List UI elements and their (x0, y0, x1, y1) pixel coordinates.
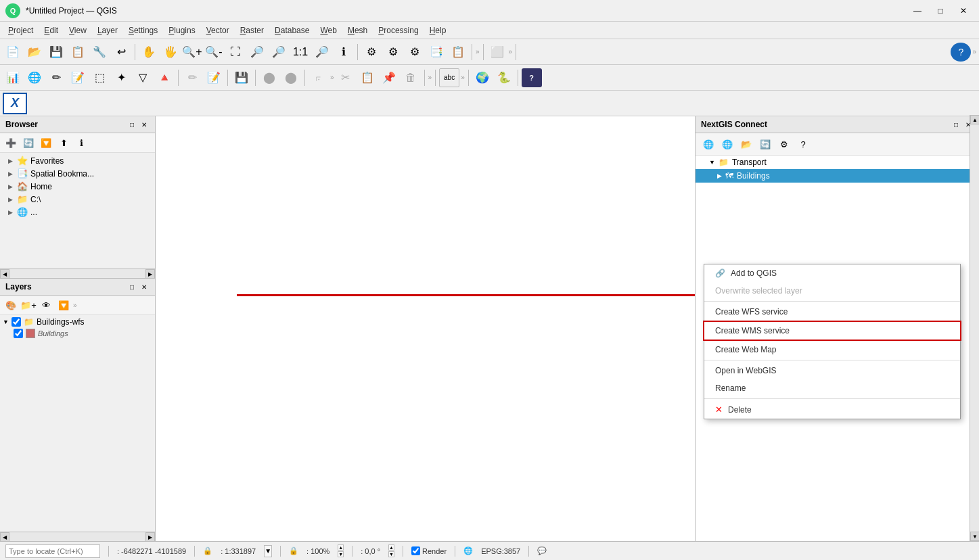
identify-btn[interactable]: ℹ (334, 43, 354, 62)
menu-settings[interactable]: Settings (123, 24, 163, 37)
node-tool-btn[interactable]: ⬤ (259, 68, 279, 87)
osm-btn[interactable]: 🌍 (472, 68, 493, 87)
save-project-btn[interactable]: 💾 (46, 43, 66, 62)
scale-dropdown-btn[interactable]: ▼ (264, 545, 272, 557)
message-icon[interactable]: 💬 (537, 546, 547, 555)
ngis-scroll-down-btn[interactable]: ▼ (970, 532, 979, 541)
layer-buildings-sublayer[interactable]: Buildings (0, 329, 155, 338)
ngis-refresh-btn[interactable]: 🌐 (719, 136, 736, 152)
vertex-btn[interactable]: 🔺 (154, 68, 175, 87)
browser-refresh-btn[interactable]: 🔄 (20, 135, 37, 150)
ngis-settings-btn[interactable]: ⚙ (775, 136, 793, 152)
copy-features-btn[interactable]: 📋 (357, 68, 378, 87)
scale-1-1-btn[interactable]: 1:1 (290, 43, 311, 62)
layer-checkbox-buildings[interactable] (14, 329, 23, 338)
ctx-delete[interactable]: ✕ Delete (704, 400, 960, 419)
nextgis-float-btn[interactable]: □ (951, 119, 961, 130)
filter-btn[interactable]: ▽ (133, 68, 153, 87)
zoom-native-btn[interactable]: 🔎 (312, 43, 332, 62)
map-canvas[interactable] (156, 116, 695, 541)
save-as-btn[interactable]: 📋 (68, 43, 88, 62)
ctx-create-wfs[interactable]: Create WFS service (704, 303, 960, 321)
cut-features-btn[interactable]: ✂ (336, 68, 356, 87)
layers-float-btn[interactable]: □ (127, 281, 137, 292)
label-btn[interactable]: abc (439, 68, 459, 87)
maximize-button[interactable]: □ (930, 4, 951, 18)
zoom-layer-btn[interactable]: 🔎 (247, 43, 267, 62)
add-group-btn[interactable]: 📁+ (20, 298, 37, 312)
new-project-btn[interactable]: 📄 (3, 43, 23, 62)
layers-close-btn[interactable]: ✕ (139, 281, 150, 292)
ngis-scroll-up-btn[interactable]: ▲ (970, 115, 979, 124)
edit-attr-btn[interactable]: ✏ (182, 68, 202, 87)
layout2-btn[interactable]: 📋 (448, 43, 468, 62)
ngis-reload-btn[interactable]: 🔄 (756, 136, 774, 152)
left-scroll-left-btn[interactable]: ◀ (0, 532, 9, 542)
rotation-down-btn[interactable]: ▼ (388, 551, 394, 557)
node-tool2-btn[interactable]: ⬤ (281, 68, 301, 87)
minimize-button[interactable]: — (907, 4, 928, 18)
scroll-right-btn[interactable]: ▶ (145, 269, 155, 279)
ngis-connect-btn[interactable]: 🌐 (700, 136, 717, 152)
menu-mesh[interactable]: Mesh (342, 24, 373, 37)
ngis-help-btn[interactable]: ? (794, 136, 812, 152)
menu-processing[interactable]: Processing (373, 24, 424, 37)
atlas-btn[interactable]: ⚙ (361, 43, 382, 62)
help-btn[interactable]: ? (951, 43, 971, 62)
ctx-create-wms[interactable]: Create WMS service (703, 321, 961, 341)
pan-arrow-btn[interactable]: 🖐 (160, 43, 181, 62)
rotation-up-btn[interactable]: ▲ (388, 544, 394, 551)
circuit-btn[interactable]: ⬚ (89, 68, 110, 87)
menu-raster[interactable]: Raster (235, 24, 269, 37)
zoom-down-btn[interactable]: ▼ (338, 551, 344, 557)
browser-float-btn[interactable]: □ (127, 119, 137, 130)
scroll-left-btn[interactable]: ◀ (0, 269, 9, 279)
edit2-btn[interactable]: 📝 (204, 68, 224, 87)
save-edits-btn[interactable]: 💾 (231, 68, 252, 87)
help2-btn[interactable]: ? (522, 68, 542, 87)
browser-other[interactable]: ▶ 🌐 ... (0, 206, 155, 218)
render-checkbox[interactable] (411, 546, 420, 555)
locate-input[interactable] (5, 544, 100, 558)
selection-btn[interactable]: ⬜ (487, 43, 507, 62)
browser-c-drive[interactable]: ▶ 📁 C:\ (0, 193, 155, 206)
menu-help[interactable]: Help (424, 24, 452, 37)
ngis-folder-btn[interactable]: 📂 (737, 136, 755, 152)
layer-filter-btn[interactable]: 🔽 (55, 298, 72, 312)
add-wms-btn[interactable]: 🌐 (24, 68, 45, 87)
browser-spatial-bookmarks[interactable]: ▶ 📑 Spatial Bookma... (0, 167, 155, 180)
zoom-up-btn[interactable]: ▲ (338, 544, 344, 551)
zoom-out-btn[interactable]: 🔍- (204, 43, 224, 62)
edit-btn[interactable]: 📝 (68, 68, 88, 87)
ngis-buildings-item[interactable]: ▶ 🗺 Buildings (696, 169, 979, 183)
ngis-transport-item[interactable]: ▼ 📁 Transport (696, 156, 979, 169)
layout-btn[interactable]: 📑 (426, 43, 447, 62)
menu-database[interactable]: Database (269, 24, 315, 37)
menu-plugins[interactable]: Plugins (163, 24, 200, 37)
zoom-selected-btn[interactable]: 🔎 (269, 43, 289, 62)
left-scroll-right-btn[interactable]: ▶ (145, 532, 155, 542)
browser-home[interactable]: ▶ 🏠 Home (0, 180, 155, 193)
menu-layer[interactable]: Layer (92, 24, 123, 37)
zoom-in-btn[interactable]: 🔍+ (182, 43, 202, 62)
open-project-btn[interactable]: 📂 (24, 43, 45, 62)
zoom-extent-btn[interactable]: ⛶ (225, 43, 246, 62)
ctx-rename[interactable]: Rename (704, 379, 960, 397)
undo-btn[interactable]: ↩ (111, 43, 131, 62)
menu-edit[interactable]: Edit (39, 24, 64, 37)
ctx-create-web-map[interactable]: Create Web Map (704, 341, 960, 358)
menu-project[interactable]: Project (3, 24, 39, 37)
ctx-add-to-qgis[interactable]: 🔗 Add to QGIS (704, 264, 960, 282)
add-layer-btn[interactable]: 📊 (3, 68, 23, 87)
atlas2-btn[interactable]: ⚙ (383, 43, 403, 62)
digitize2-btn[interactable]: ⟔ (309, 68, 329, 87)
star-btn[interactable]: ✦ (111, 68, 131, 87)
menu-view[interactable]: View (64, 24, 92, 37)
layer-checkbox-buildings-wfs[interactable] (12, 317, 21, 327)
close-button[interactable]: ✕ (953, 4, 974, 18)
pan-btn[interactable]: ✋ (139, 43, 159, 62)
menu-web[interactable]: Web (315, 24, 342, 37)
print-btn[interactable]: 🔧 (89, 43, 110, 62)
x-logo-btn[interactable]: X (3, 93, 27, 114)
browser-filter-btn[interactable]: 🔽 (38, 135, 54, 150)
